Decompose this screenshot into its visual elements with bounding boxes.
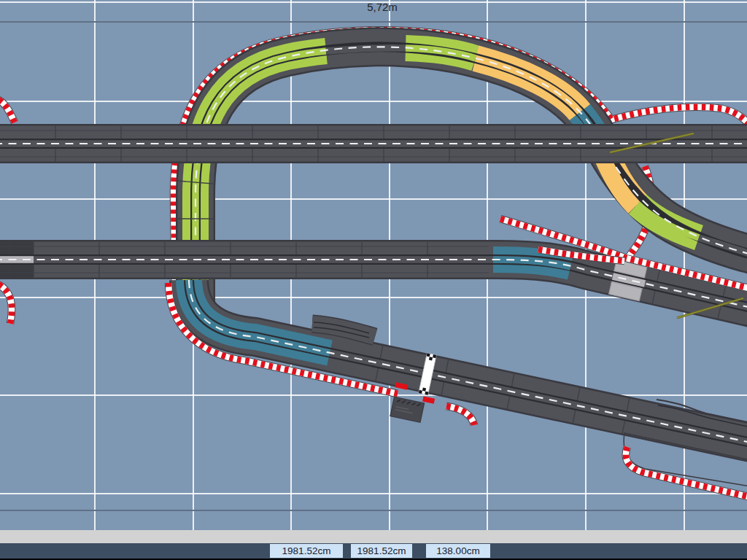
main-straight-top[interactable] [0, 125, 747, 162]
start-finish-straight[interactable] [169, 280, 747, 498]
start-marker-red [422, 397, 435, 404]
track-canvas[interactable]: 5,72m [0, 0, 747, 530]
dimension-label: 5,72m [367, 1, 398, 13]
lane-length-2: 1981.52cm [351, 544, 412, 558]
section-length: 138.00cm [426, 544, 490, 558]
lane-length-1: 1981.52cm [270, 544, 343, 558]
status-bar: 1981.52cm 1981.52cm 138.00cm [0, 543, 747, 559]
status-strip [0, 530, 747, 543]
